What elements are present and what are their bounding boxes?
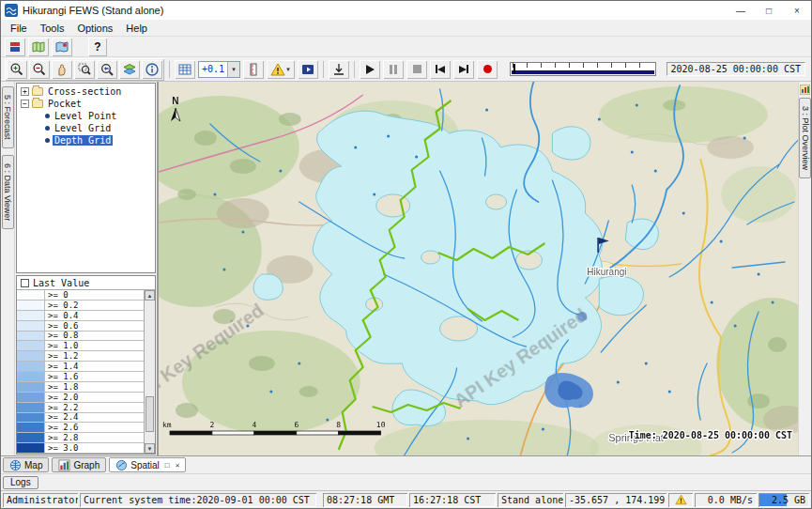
legend-color-swatch xyxy=(17,301,45,310)
layers-button[interactable] xyxy=(119,60,140,79)
bullet-icon xyxy=(45,126,50,131)
tree-item-depth-grid[interactable]: Depth Grid xyxy=(17,134,155,147)
close-button[interactable]: × xyxy=(783,1,811,20)
plot-overview-icon xyxy=(800,85,810,95)
town-label: Hikurangi xyxy=(587,267,626,277)
sidebar-tab-forecast[interactable]: 5 : Forecast xyxy=(2,86,14,148)
title-bar[interactable]: Hikurangi FEWS (Stand alone) — □ × xyxy=(1,1,811,20)
zoom-tool-group xyxy=(5,58,164,81)
menu-file[interactable]: File xyxy=(4,21,34,36)
skip-to-end-button[interactable] xyxy=(453,60,474,79)
warnings-button[interactable]: ▼ xyxy=(267,60,295,79)
open-map-button[interactable] xyxy=(28,38,49,56)
status-warning[interactable] xyxy=(668,493,693,507)
movie-icon xyxy=(300,62,315,77)
tab-map[interactable]: Map xyxy=(3,457,49,472)
logs-bar: Logs xyxy=(1,473,811,490)
stop-button[interactable] xyxy=(406,60,427,79)
layer-tree: + Cross-section − Pocket Level Point Lev… xyxy=(16,83,156,273)
tree-item-label[interactable]: Cross-section xyxy=(46,86,123,97)
tree-item-pocket[interactable]: − Pocket xyxy=(17,98,155,110)
goto-current-time-button[interactable] xyxy=(329,60,349,79)
menu-options[interactable]: Options xyxy=(70,21,119,36)
sidebar-tab-plot-overview[interactable]: 3 : Plot Overview xyxy=(799,98,811,178)
legend-color-swatch xyxy=(17,290,45,300)
play-button[interactable] xyxy=(360,60,380,79)
scroll-up-icon[interactable]: ▲ xyxy=(145,290,155,301)
tree-item-level-grid[interactable]: Level Grid xyxy=(17,122,155,134)
svg-text:6: 6 xyxy=(294,421,299,429)
tree-item-cross-section[interactable]: + Cross-section xyxy=(17,85,155,98)
map-canvas[interactable]: API Key Required API Key Required Hikura… xyxy=(159,82,798,455)
scroll-down-icon[interactable]: ▼ xyxy=(145,443,155,454)
pan-button[interactable] xyxy=(52,60,72,79)
time-slider-cursor[interactable] xyxy=(513,64,515,74)
scale-button[interactable] xyxy=(243,60,264,79)
legend-value-label: >= 2.6 xyxy=(45,423,144,432)
legend-value-label: >= 0 xyxy=(45,290,144,300)
layers-icon xyxy=(122,62,137,77)
legend-header-label: Last Value xyxy=(33,278,89,288)
scrollbar-thumb[interactable] xyxy=(146,396,154,432)
tab-close-icon[interactable]: × xyxy=(176,461,180,470)
tree-item-level-point[interactable]: Level Point xyxy=(17,110,155,122)
legend-scrollbar[interactable]: ▲ ▼ xyxy=(144,290,155,454)
animation-export-button[interactable] xyxy=(298,60,318,79)
sidebar-tab-data-viewer[interactable]: 6 : Data Viewer xyxy=(2,155,14,229)
folder-icon xyxy=(32,87,43,96)
legend-value-label: >= 2.0 xyxy=(45,393,144,402)
grid-display-button[interactable] xyxy=(175,60,195,79)
legend-row: >= 1.0 xyxy=(17,341,144,351)
last-value-checkbox[interactable] xyxy=(21,279,29,287)
tree-expand-icon[interactable]: + xyxy=(21,87,29,96)
tree-item-label[interactable]: Level Grid xyxy=(53,123,113,133)
warning-icon xyxy=(270,62,285,77)
interval-combobox[interactable]: +0.1 ▼ xyxy=(198,61,240,78)
svg-text:km: km xyxy=(162,421,172,429)
maximize-button[interactable]: □ xyxy=(755,1,783,20)
logs-button[interactable]: Logs xyxy=(3,476,38,489)
tree-item-label[interactable]: Pocket xyxy=(46,99,84,109)
menu-tools[interactable]: Tools xyxy=(34,21,71,36)
legend-color-swatch xyxy=(17,393,45,402)
grid-icon xyxy=(177,62,192,77)
help-button[interactable]: ? xyxy=(88,38,107,56)
tab-maximize-icon[interactable]: □ xyxy=(165,461,170,470)
status-coordinates: -35.657 , 174.199 xyxy=(565,493,666,507)
zoom-box-button[interactable] xyxy=(74,60,95,79)
legend-color-swatch xyxy=(17,403,45,412)
scrollbar-track[interactable] xyxy=(145,301,155,443)
menu-help[interactable]: Help xyxy=(119,21,154,36)
tab-graph[interactable]: Graph xyxy=(52,457,106,472)
tree-item-label[interactable]: Level Point xyxy=(53,111,118,121)
tree-collapse-icon[interactable]: − xyxy=(21,100,29,108)
zoom-out-button[interactable] xyxy=(29,60,50,79)
legend-header: Last Value xyxy=(17,276,155,290)
map-icon xyxy=(31,39,46,54)
legend-row: >= 1.8 xyxy=(17,382,144,393)
info-button[interactable] xyxy=(142,60,162,79)
legend-color-swatch xyxy=(17,321,45,331)
time-slider[interactable] xyxy=(510,62,655,76)
skip-to-start-button[interactable] xyxy=(430,60,451,79)
map-marker-icon xyxy=(54,39,69,54)
svg-text:4: 4 xyxy=(252,421,256,429)
chevron-down-icon[interactable]: ▼ xyxy=(227,62,239,77)
tree-item-label[interactable]: Depth Grid xyxy=(53,135,113,146)
export-map-button[interactable] xyxy=(52,38,72,56)
record-button[interactable] xyxy=(477,60,498,79)
map-view[interactable]: API Key Required API Key Required Hikura… xyxy=(158,82,798,455)
zoom-previous-button[interactable] xyxy=(97,60,117,79)
tab-spatial[interactable]: Spatial □ × xyxy=(109,457,186,472)
database-button[interactable] xyxy=(5,38,25,56)
pause-icon xyxy=(390,65,397,74)
legend-value-label: >= 0.8 xyxy=(45,332,144,341)
pause-button[interactable] xyxy=(383,60,404,79)
legend-value-label: >= 0.4 xyxy=(45,311,144,320)
ruler-icon xyxy=(246,62,261,77)
spatial-icon xyxy=(115,459,128,471)
zoom-in-button[interactable] xyxy=(7,60,27,79)
tab-spatial-label: Spatial xyxy=(130,460,160,470)
play-icon xyxy=(366,65,375,74)
minimize-button[interactable]: — xyxy=(727,1,755,20)
